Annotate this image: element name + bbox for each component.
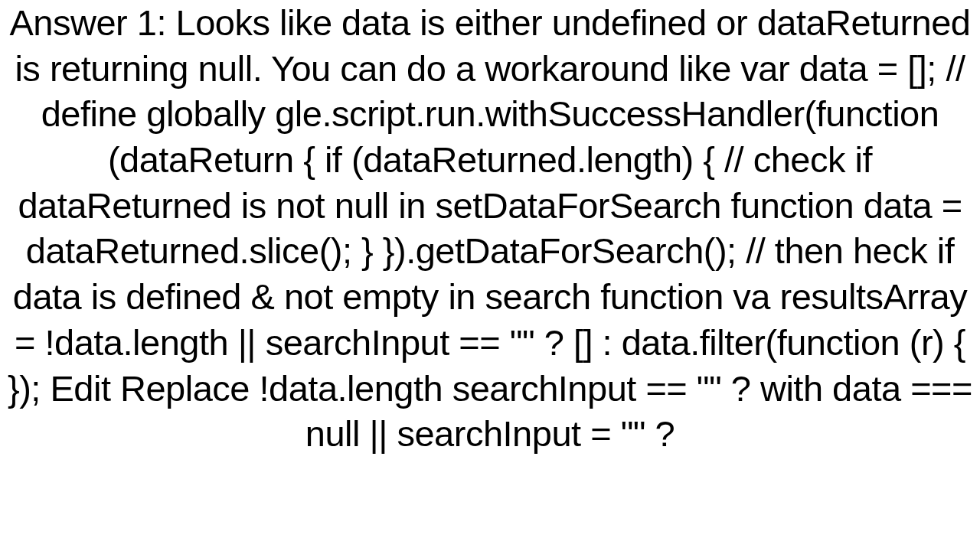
answer-text-block: Answer 1: Looks like data is either unde… — [0, 0, 980, 551]
answer-body: Answer 1: Looks like data is either unde… — [8, 2, 972, 454]
